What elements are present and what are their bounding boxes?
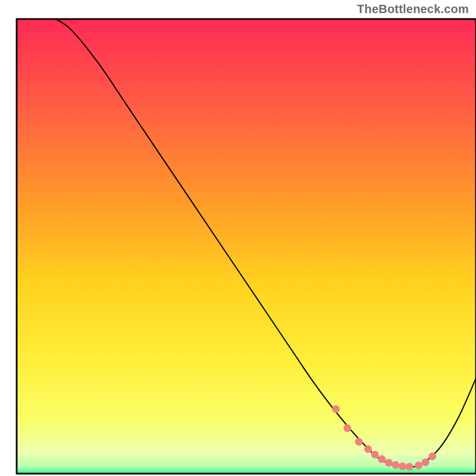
- sweet-spot-dot: [392, 461, 399, 469]
- sweet-spot-dot: [378, 455, 386, 463]
- sweet-spot-dot: [428, 452, 436, 460]
- chart-canvas: TheBottleneck.com: [0, 0, 476, 476]
- sweet-spot-dot: [415, 462, 422, 469]
- sweet-spot-dot: [371, 450, 379, 458]
- sweet-spot-dot: [343, 424, 351, 432]
- sweet-spot-dot: [399, 462, 406, 470]
- chart-svg: [0, 0, 476, 476]
- gradient-background: [17, 19, 476, 474]
- sweet-spot-dot: [385, 459, 393, 466]
- sweet-spot-dot: [332, 405, 340, 413]
- sweet-spot-dot: [422, 458, 430, 466]
- sweet-spot-dot: [406, 463, 414, 471]
- sweet-spot-dot: [355, 438, 363, 446]
- sweet-spot-dot: [364, 445, 372, 453]
